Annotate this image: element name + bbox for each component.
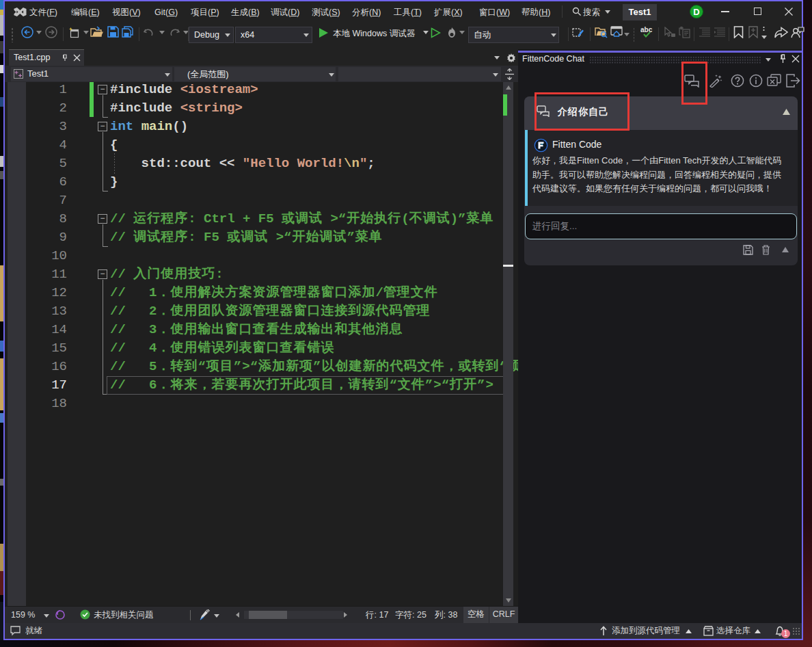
svg-text:abc: abc (640, 26, 653, 34)
